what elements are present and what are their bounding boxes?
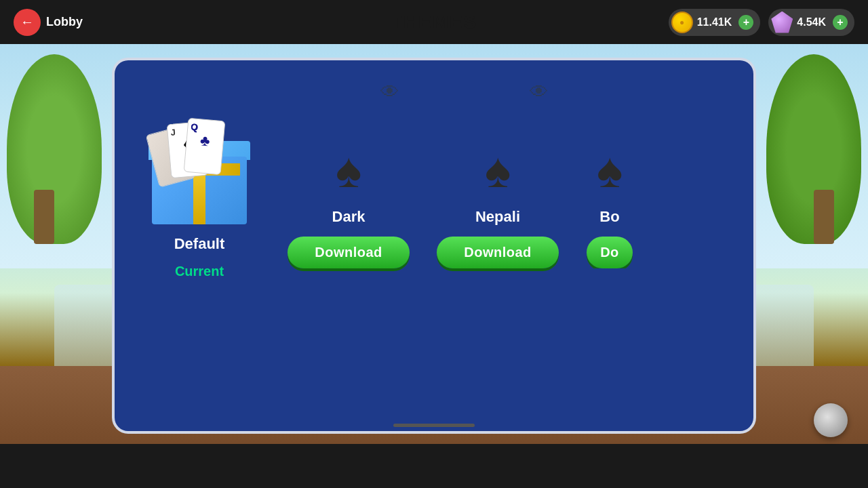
card-3: Q ♣ [184,118,226,175]
currency-group: ● 11.41K + 4.54K + [669,9,854,36]
header: ← Lobby THEMES ● 11.41K + 4.54K + [0,0,868,44]
coin-icon: ● [671,12,693,33]
default-theme-name: Default [174,235,225,253]
gem-icon [771,12,793,33]
gems-value: 4.54K [797,16,826,28]
coins-value: 11.41K [697,16,732,28]
eye-row-default [135,81,264,105]
theme-item-bo: ♠ Bo Do [583,74,637,268]
tree-left [0,54,108,271]
preview-eye-icon-nepali[interactable]: 👁 [530,81,549,105]
scroll-indicator [393,424,475,427]
dark-download-button[interactable]: Download [288,237,410,268]
nepali-theme-spade: ♠ [471,143,525,197]
eye-row-nepali: 👁 [433,81,562,105]
default-theme-image: J ♦ Q ♣ [145,116,254,224]
coins-badge: ● 11.41K + [669,9,761,36]
theme-item-default: J ♦ Q ♣ Default Current [135,74,264,279]
gems-badge: 4.54K + [768,9,854,36]
theme-item-dark: 👁 ♠ Dark Download [284,74,413,268]
dark-theme-name: Dark [332,208,366,226]
nepali-download-button[interactable]: Download [437,237,559,268]
back-arrow-icon: ← [14,9,41,36]
joystick-button[interactable] [814,403,848,437]
bo-theme-name: Bo [599,208,619,226]
dark-theme-spade: ♠ [321,143,376,197]
page-title: THEMES [391,12,478,33]
nepali-theme-name: Nepali [475,208,520,226]
back-button[interactable]: ← Lobby [14,9,83,36]
tree-right [760,54,868,271]
bottom-bar [0,444,868,488]
bo-download-button[interactable]: Do [587,237,633,268]
eye-row-bo [583,81,637,105]
themes-panel: J ♦ Q ♣ Default Current [112,58,756,434]
add-coins-button[interactable]: + [738,15,753,30]
themes-grid: J ♦ Q ♣ Default Current [135,74,733,411]
theme-item-nepali: 👁 ♠ Nepali Download [433,74,562,268]
back-label: Lobby [46,15,83,29]
preview-eye-icon-dark[interactable]: 👁 [380,81,399,105]
eye-row-dark: 👁 [284,81,413,105]
add-gems-button[interactable]: + [833,15,848,30]
current-status-label: Current [175,264,224,279]
bo-theme-spade: ♠ [583,143,637,197]
